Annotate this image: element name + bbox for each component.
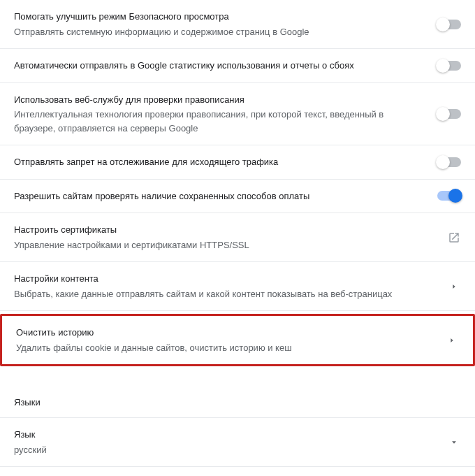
row-description: Интеллектуальная технология проверки пра… — [14, 108, 423, 135]
row-title: Использовать веб-службу для проверки пра… — [14, 93, 423, 107]
row-title: Настроить сертификаты — [14, 223, 433, 237]
toggle-spellcheck-service[interactable] — [437, 109, 461, 119]
row-safe-browsing-improve: Помогать улучшить режим Безопасного прос… — [0, 0, 475, 49]
row-title: Очистить историю — [16, 326, 431, 340]
row-text: Автоматически отправлять в Google статис… — [14, 59, 437, 73]
row-spellcheck-language[interactable]: Проверка правописания русский — [0, 466, 475, 476]
row-clear-browsing-data[interactable]: Очистить историю Удалить файлы cookie и … — [2, 316, 473, 364]
languages-header: Языки — [0, 390, 475, 417]
row-text: Настроить сертификаты Управление настрой… — [14, 223, 447, 252]
row-description: Отправлять системную информацию и содерж… — [14, 25, 423, 39]
row-text: Настройки контента Выбрать, какие данные… — [14, 272, 447, 301]
row-manage-certificates[interactable]: Настроить сертификаты Управление настрой… — [0, 213, 475, 262]
chevron-down-icon — [447, 435, 461, 449]
languages-section: Языки Язык русский Проверка правописания… — [0, 390, 475, 476]
row-usage-stats: Автоматически отправлять в Google статис… — [0, 49, 475, 83]
row-content-settings[interactable]: Настройки контента Выбрать, какие данные… — [0, 262, 475, 311]
row-title: Отправлять запрет на отслеживание для ис… — [14, 155, 423, 169]
row-do-not-track: Отправлять запрет на отслеживание для ис… — [0, 145, 475, 180]
toggle-do-not-track[interactable] — [437, 157, 461, 167]
chevron-right-icon — [445, 333, 459, 347]
row-title: Помогать улучшить режим Безопасного прос… — [14, 10, 423, 24]
toggle-usage-stats[interactable] — [437, 61, 461, 71]
row-description: Удалить файлы cookie и данные сайтов, оч… — [16, 341, 431, 355]
privacy-settings-list: Помогать улучшить режим Безопасного прос… — [0, 0, 475, 366]
row-text: Использовать веб-службу для проверки пра… — [14, 93, 437, 136]
row-description: Выбрать, какие данные отправлять сайтам … — [14, 287, 433, 301]
highlight-box: Очистить историю Удалить файлы cookie и … — [0, 314, 475, 366]
section-gap — [0, 369, 475, 390]
row-text: Отправлять запрет на отслеживание для ис… — [14, 155, 437, 169]
row-payment-methods-check: Разрешить сайтам проверять наличие сохра… — [0, 180, 475, 214]
external-link-icon — [447, 231, 461, 245]
row-spellcheck-service: Использовать веб-службу для проверки пра… — [0, 83, 475, 146]
row-text: Разрешить сайтам проверять наличие сохра… — [14, 189, 437, 203]
row-title: Язык — [14, 428, 47, 442]
toggle-safe-browsing-improve[interactable] — [437, 20, 461, 29]
row-title: Автоматически отправлять в Google статис… — [14, 59, 423, 73]
row-text: Язык русский — [14, 428, 47, 456]
row-language[interactable]: Язык русский — [0, 417, 475, 466]
row-description: Управление настройками и сертификатами H… — [14, 238, 433, 252]
row-value: русский — [14, 443, 47, 457]
row-text: Помогать улучшить режим Безопасного прос… — [14, 10, 437, 38]
row-text: Очистить историю Удалить файлы cookie и … — [16, 326, 445, 354]
row-title: Настройки контента — [14, 272, 433, 286]
chevron-right-icon — [447, 280, 461, 294]
toggle-payment-methods-check[interactable] — [437, 191, 461, 201]
row-title: Разрешить сайтам проверять наличие сохра… — [14, 189, 423, 203]
